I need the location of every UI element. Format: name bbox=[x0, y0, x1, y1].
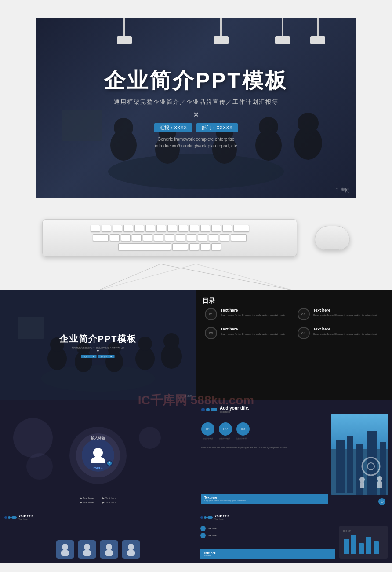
key bbox=[110, 234, 120, 241]
s4-num-01: 01 bbox=[201, 422, 214, 436]
bs-left-header: Your title Text here bbox=[4, 514, 33, 521]
key bbox=[189, 243, 199, 250]
key bbox=[167, 225, 177, 232]
slide-thumb-4[interactable]: Add your title. Text here 01 02 03 点击添加标… bbox=[196, 400, 392, 510]
bs-chart-svg bbox=[341, 530, 385, 557]
svg-point-47 bbox=[128, 544, 134, 550]
bs-row-2: Text here. bbox=[200, 533, 336, 538]
s3-inner-circle: ✓ PART 1 bbox=[82, 439, 114, 472]
s2-item-4: 04 Text here Copy paste fonts. Choose th… bbox=[298, 327, 384, 339]
s4-dot-3 bbox=[211, 408, 217, 411]
key bbox=[102, 225, 111, 232]
key bbox=[154, 234, 163, 241]
key bbox=[220, 234, 229, 241]
svg-point-41 bbox=[62, 544, 68, 550]
main-subtitle: 通用框架完整企业简介／企业品牌宣传／工作计划汇报等 bbox=[36, 98, 356, 106]
bs-left-title: Your title bbox=[18, 514, 33, 518]
slide-thumb-2[interactable]: 目录 01 Text here Copy paste fonts. Choose… bbox=[196, 290, 392, 400]
key bbox=[156, 225, 166, 232]
key bbox=[165, 234, 174, 241]
check-icon: ✓ bbox=[106, 460, 113, 466]
s4-label-3: 点击添加标原 bbox=[235, 437, 248, 440]
bottom-slide-left[interactable]: Your title Text here bbox=[0, 510, 196, 563]
bg-circle-right bbox=[139, 427, 161, 449]
svg-rect-30 bbox=[336, 440, 345, 493]
key bbox=[172, 243, 188, 250]
bs-l-dot-2 bbox=[8, 516, 11, 519]
s4-num-03: 03 bbox=[236, 422, 250, 436]
keyboard-section bbox=[0, 211, 392, 264]
key bbox=[93, 234, 109, 241]
bs-l-dot-3 bbox=[11, 516, 17, 519]
svg-rect-31 bbox=[347, 436, 353, 493]
s1-close: × bbox=[59, 349, 137, 353]
svg-line-15 bbox=[98, 264, 196, 290]
svg-rect-12 bbox=[185, 176, 207, 183]
s2-item-1-desc: Copy paste fonts. Choose the only option… bbox=[221, 313, 285, 317]
main-title-section: 企业简介PPT模板 通用框架完整企业简介／企业品牌宣传／工作计划汇报等 × 汇报… bbox=[36, 66, 356, 149]
s3-bullet-2: ▶ Text here bbox=[102, 496, 116, 499]
key bbox=[200, 225, 210, 232]
key bbox=[91, 225, 100, 232]
s2-item-3: 03 Text here Copy paste fonts. Choose th… bbox=[205, 327, 291, 339]
bg-circle-small bbox=[26, 453, 53, 480]
bs-r-dot-1 bbox=[200, 516, 203, 519]
svg-line-13 bbox=[98, 264, 160, 290]
s1-title-text: 企业简介PPT模板 bbox=[59, 333, 137, 345]
key bbox=[198, 234, 207, 241]
bottom-slide-right[interactable]: Your title Text here Text here. Text her… bbox=[196, 510, 392, 563]
bs-row-1: Text here. bbox=[200, 526, 336, 531]
s2-num-1: 01 bbox=[205, 308, 217, 320]
part-label: PART 1 bbox=[94, 466, 103, 469]
slides-grid: IC千库网 588ku.com 企业简介PPT模板 通用框架完整企业简介 bbox=[0, 290, 392, 510]
bs-row-2-text: Text here. bbox=[207, 534, 217, 537]
bs-l-dot-1 bbox=[4, 516, 7, 519]
s4-bottom-bar: Texthere Copy paste fonts. Choose the on… bbox=[201, 494, 328, 504]
main-preview: 企业简介PPT模板 通用框架完整企业简介／企业品牌宣传／工作计划汇报等 × 汇报… bbox=[36, 18, 356, 198]
svg-rect-52 bbox=[366, 537, 371, 554]
s4-lorem: Lorem ipsum dolor sit amet, consectetatr… bbox=[201, 447, 328, 450]
s4-texthere: Texthere bbox=[204, 496, 325, 499]
s2-item-1: 01 Text here Copy paste fonts. Choose th… bbox=[205, 308, 291, 320]
bs-left-people bbox=[56, 540, 140, 559]
s4-dot-2 bbox=[206, 408, 210, 411]
bs-person-2 bbox=[78, 540, 96, 559]
s2-item-1-title: Text here bbox=[221, 308, 285, 312]
key bbox=[176, 234, 185, 241]
s2-num-3: 03 bbox=[205, 327, 217, 339]
s4-dot-1 bbox=[201, 408, 205, 411]
svg-point-45 bbox=[106, 544, 112, 550]
s1-tag1: 汇报：XXXX bbox=[81, 355, 97, 358]
eng-subtitle-2: introduction/branding/work plan report, … bbox=[36, 143, 356, 149]
s4-add-title: Add your title. bbox=[220, 406, 249, 411]
key bbox=[211, 243, 221, 250]
s4-bottom-icon: ⚙ bbox=[378, 498, 385, 505]
keyboard bbox=[42, 219, 297, 257]
connector-lines-svg bbox=[0, 264, 392, 290]
bs-avatar-3 bbox=[100, 540, 118, 559]
svg-point-46 bbox=[105, 550, 113, 556]
slide-thumb-3[interactable]: ✓ PART 1 输入标题 ▶ Text here ▶ Text here ▶ … bbox=[0, 400, 196, 510]
s4-right-image bbox=[331, 414, 388, 495]
key bbox=[200, 243, 210, 250]
bs-icon-2 bbox=[200, 533, 206, 538]
svg-point-44 bbox=[83, 550, 91, 556]
key bbox=[121, 234, 131, 241]
bs-icon-1 bbox=[200, 526, 206, 531]
svg-rect-38 bbox=[360, 482, 364, 488]
person-head-icon bbox=[93, 448, 103, 458]
bs-right-sub: Text here bbox=[214, 518, 229, 521]
s2-items: 01 Text here Copy paste fonts. Choose th… bbox=[200, 308, 388, 339]
svg-rect-49 bbox=[344, 539, 349, 554]
slide-thumb-1[interactable]: 企业简介PPT模板 通用框架完整企业简介／企业品牌宣传／工作计划汇报 × 汇报：… bbox=[0, 290, 196, 400]
bs-avatar-1 bbox=[56, 540, 74, 559]
s4-label-1: 点击添加标原 bbox=[201, 437, 214, 440]
svg-line-14 bbox=[160, 264, 294, 290]
s4-header: Add your title. Text here bbox=[201, 406, 249, 413]
key bbox=[178, 225, 188, 232]
key bbox=[231, 234, 247, 241]
bs-person-3 bbox=[100, 540, 118, 559]
s3-bullet-1: ▶ Text here bbox=[80, 496, 94, 499]
s2-item-3-desc: Copy paste fonts. Choose the only option… bbox=[221, 332, 285, 336]
svg-point-37 bbox=[359, 477, 365, 482]
